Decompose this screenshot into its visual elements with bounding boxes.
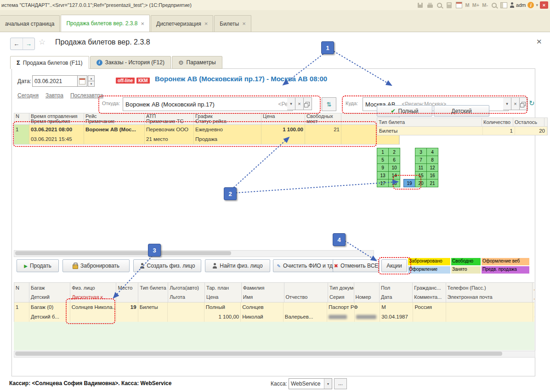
child-ticket-button[interactable]: Детский [434, 105, 489, 117]
window-tab[interactable]: ачальная страница [0, 15, 60, 32]
date-calendar-button[interactable] [78, 75, 87, 87]
passengers-empty-area [14, 322, 534, 350]
child-ticket-label: Детский [451, 108, 471, 114]
seat-9[interactable]: 9 [377, 163, 389, 172]
create-person-button[interactable]: Создать физ. лицо [133, 259, 201, 272]
form-close-icon[interactable]: ✕ [536, 38, 542, 46]
passengers-header-cell: Номер [354, 283, 380, 302]
zoom-icon[interactable] [490, 1, 498, 9]
trips-row[interactable]: 103.06.2021 08:0003.06.2021 15:45Воронеж… [14, 125, 400, 145]
from-clear-icon[interactable]: × [295, 97, 304, 110]
kassa-select[interactable]: WebService ▾ [289, 378, 332, 389]
user-icon [510, 2, 515, 8]
print-icon[interactable] [426, 1, 434, 9]
reserve-button[interactable]: Забронировать [62, 259, 130, 272]
find-person-button[interactable]: Найти физ. лицо [205, 259, 270, 272]
window-tab[interactable]: Диспетчеризация× [151, 15, 213, 32]
app-window: истема "СТАНДАРТ"..<Srvr="127.0.0.1";Ref… [0, 0, 550, 392]
memory-m-button[interactable]: M [465, 2, 470, 8]
seat-14[interactable]: 14 [388, 171, 400, 179]
quick-link[interactable]: Послезавтра [70, 92, 103, 99]
window-tab[interactable]: Продажа билетов вер. 2.3.8× [61, 15, 150, 32]
sell-button[interactable]: ▶Продать [17, 259, 59, 272]
date-input[interactable]: 03.06.2021 [32, 75, 78, 87]
seat-20[interactable]: 20 [415, 179, 427, 187]
seat-6[interactable]: 6 [388, 156, 400, 164]
save-icon[interactable] [416, 1, 424, 9]
window-tab[interactable]: Билеты× [214, 15, 251, 32]
memory-mminus-button[interactable]: M- [482, 2, 488, 8]
chevron-down-icon[interactable]: ▾ [536, 3, 538, 7]
seat-17[interactable]: 17 [377, 179, 389, 187]
to-clear-icon[interactable]: × [511, 97, 520, 110]
seat-19[interactable]: 19 [403, 179, 415, 187]
window-close-button[interactable]: × [540, 1, 548, 9]
action-label: Продать [30, 263, 51, 269]
promotions-button[interactable]: Акции [381, 259, 407, 272]
seat-4[interactable]: 4 [426, 148, 438, 156]
spinner-down-icon[interactable]: ▼ [88, 81, 95, 87]
seat-18[interactable]: 18 [388, 179, 400, 187]
tab-close-icon[interactable]: × [204, 20, 208, 27]
cancel-all-button[interactable]: ✖Отменить ВСЕ [333, 259, 380, 272]
calculator-icon[interactable] [445, 1, 453, 9]
full-ticket-button[interactable]: ✔ Полный [377, 105, 432, 117]
form-tab-label: Заказы - История (F12) [105, 59, 164, 66]
preview-icon[interactable] [436, 1, 443, 9]
trips-header-cell: РейсПримечание [84, 113, 145, 124]
seat-3[interactable]: 3 [415, 148, 427, 156]
to-open-icon[interactable] [520, 97, 528, 110]
back-button[interactable]: ← [11, 38, 23, 50]
seat-7[interactable]: 7 [415, 156, 427, 164]
kassa-more-button[interactable]: ... [334, 378, 347, 389]
kassa-label: Касса: [271, 381, 287, 387]
seat-5[interactable]: 5 [377, 156, 389, 164]
user-button[interactable]: adm [510, 2, 526, 8]
action-label: Создать физ. лицо [147, 263, 195, 269]
from-field[interactable]: Воронеж АВ (Московский пр.17) <Рег [123, 97, 293, 111]
quick-link[interactable]: Сегодня [17, 92, 39, 99]
spinner-up-icon[interactable]: ▲ [88, 75, 95, 81]
swap-route-button[interactable]: ⇅ [322, 97, 336, 111]
clear-fio-button[interactable]: ✎Очистить ФИО и тд. [273, 259, 338, 272]
tab-close-icon[interactable]: × [242, 20, 246, 27]
seat-15[interactable]: 15 [415, 171, 427, 179]
seat-2[interactable]: 2 [388, 148, 400, 156]
passengers-header-cell: Гражданс...Коммента... [413, 283, 446, 302]
calendar-icon[interactable] [455, 1, 463, 9]
from-dropdown-icon[interactable]: ▾ [287, 97, 295, 110]
refresh-icon[interactable]: ↻ [529, 99, 535, 107]
forward-button[interactable]: → [23, 38, 35, 50]
tab-close-icon[interactable]: × [141, 20, 144, 27]
seat-11[interactable]: 11 [415, 163, 427, 172]
form-tab-sigma[interactable]: ΣПродажа билетов (F11) [10, 56, 89, 69]
seat-16[interactable]: 16 [426, 171, 438, 179]
seat-10[interactable]: 10 [388, 163, 400, 172]
passengers-row[interactable]: 1Багаж (0)Детский б...Солнцев Никола...1… [14, 302, 534, 322]
passengers-hscrollbar[interactable] [14, 351, 535, 358]
page-title: Продажа билетов вер. 2.3.8 [55, 38, 150, 46]
seat-1[interactable]: 1 [377, 148, 389, 156]
form-tab-info[interactable]: iЗаказы - История (F12) [90, 56, 171, 69]
trips-cell: 1 100.00 [261, 125, 305, 144]
trips-hscrollbar[interactable] [14, 250, 374, 257]
form-tab-gear[interactable]: ⚙Параметры [172, 56, 222, 69]
to-dropdown-icon[interactable]: ▾ [503, 97, 511, 110]
seat-13[interactable]: 13 [377, 171, 389, 179]
seat-8[interactable]: 8 [426, 156, 438, 164]
favorite-star-icon[interactable]: ☆ [39, 37, 45, 47]
passengers-header-cell: ДатаДата [533, 283, 534, 302]
quick-link[interactable]: Завтра [45, 92, 63, 99]
memory-mplus-button[interactable]: M+ [472, 2, 480, 8]
from-open-icon[interactable] [304, 97, 312, 110]
tickets-header-cell: Количество [482, 118, 513, 126]
passengers-header-cell: БагажДетский [29, 283, 70, 302]
seat-21[interactable]: 21 [426, 179, 438, 187]
user-name: adm [516, 2, 526, 8]
trips-header-cell: N [14, 113, 29, 124]
panels-icon[interactable] [500, 1, 508, 9]
tickets-row[interactable]: Билеты120 [377, 127, 548, 135]
kassa-dropdown-icon[interactable]: ▾ [324, 379, 332, 389]
info-icon[interactable]: i [527, 2, 534, 8]
seat-12[interactable]: 12 [426, 163, 438, 172]
